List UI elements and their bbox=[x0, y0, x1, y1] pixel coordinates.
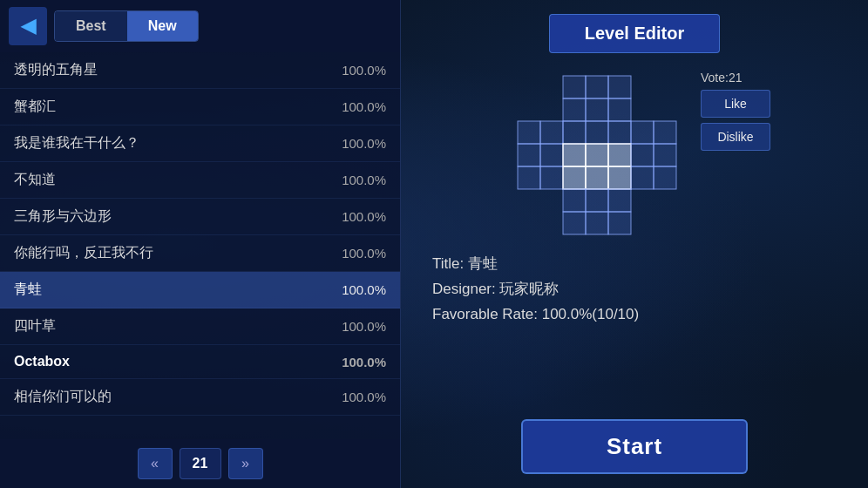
list-item-score: 100.0% bbox=[334, 246, 386, 261]
left-panel: ◀ Best New 透明的五角星100.0%蟹都汇100.0%我是谁我在干什么… bbox=[0, 0, 401, 488]
svg-rect-21 bbox=[540, 166, 563, 189]
list-item-score: 100.0% bbox=[334, 173, 386, 187]
list-item-title: 相信你们可以的 bbox=[14, 388, 112, 406]
list-item-title: 青蛙 bbox=[14, 281, 42, 299]
list-item[interactable]: 不知道100.0% bbox=[0, 162, 400, 199]
list-item-title: 不知道 bbox=[14, 171, 56, 189]
svg-rect-20 bbox=[518, 166, 540, 189]
list-item[interactable]: 蟹都汇100.0% bbox=[0, 89, 400, 125]
svg-rect-31 bbox=[586, 212, 608, 234]
svg-rect-15 bbox=[563, 144, 586, 166]
list-item-title: 三角形与六边形 bbox=[14, 207, 112, 226]
list-item-title: 四叶草 bbox=[14, 317, 56, 336]
back-button[interactable]: ◀ bbox=[9, 7, 47, 45]
svg-rect-8 bbox=[563, 121, 586, 144]
list-item-score: 100.0% bbox=[334, 99, 386, 114]
level-designer: Designer: 玩家昵称 bbox=[432, 277, 639, 302]
list-item-score: 100.0% bbox=[334, 136, 386, 151]
list-item-score: 100.0% bbox=[334, 282, 386, 297]
vote-count: Vote:21 bbox=[701, 71, 743, 85]
level-list: 透明的五角星100.0%蟹都汇100.0%我是谁我在干什么？100.0%不知道1… bbox=[0, 52, 400, 439]
svg-rect-5 bbox=[608, 98, 631, 121]
list-item-title: Octabox bbox=[14, 354, 70, 369]
svg-rect-30 bbox=[563, 212, 586, 234]
svg-rect-16 bbox=[586, 144, 608, 166]
back-icon: ◀ bbox=[21, 15, 36, 37]
list-item[interactable]: 你能行吗，反正我不行100.0% bbox=[0, 235, 400, 272]
list-item[interactable]: 我是谁我在干什么？100.0% bbox=[0, 125, 400, 162]
list-item-score: 100.0% bbox=[334, 390, 386, 404]
list-item[interactable]: Octabox100.0% bbox=[0, 345, 400, 379]
svg-rect-29 bbox=[608, 189, 631, 212]
list-item-score: 100.0% bbox=[334, 209, 386, 224]
list-item-title: 我是谁我在干什么？ bbox=[14, 134, 139, 152]
list-item[interactable]: 相信你们可以的100.0% bbox=[0, 379, 400, 416]
svg-rect-2 bbox=[608, 76, 631, 98]
svg-rect-0 bbox=[563, 76, 586, 98]
svg-rect-10 bbox=[608, 121, 631, 144]
right-panel: Level Editor .gc { fill: rgba(100,140,25… bbox=[401, 0, 868, 488]
pagination: « 21 » bbox=[0, 439, 400, 488]
level-grid-svg: .gc { fill: rgba(100,140,255,0.18); stro… bbox=[498, 67, 690, 241]
tab-new[interactable]: New bbox=[127, 11, 198, 41]
list-item[interactable]: 三角形与六边形100.0% bbox=[0, 199, 400, 235]
list-item[interactable]: 透明的五角星100.0% bbox=[0, 52, 400, 89]
svg-rect-11 bbox=[631, 121, 654, 144]
dislike-button[interactable]: Dislike bbox=[701, 123, 770, 151]
tab-best[interactable]: Best bbox=[55, 11, 127, 41]
page-number: 21 bbox=[180, 448, 221, 479]
next-page-button[interactable]: » bbox=[228, 448, 263, 479]
svg-rect-14 bbox=[540, 144, 563, 166]
svg-rect-24 bbox=[608, 166, 631, 189]
level-favorable-rate: Favorable Rate: 100.0%(10/10) bbox=[432, 302, 639, 328]
list-item-title: 蟹都汇 bbox=[14, 98, 56, 116]
svg-rect-23 bbox=[586, 166, 608, 189]
svg-rect-27 bbox=[563, 189, 586, 212]
svg-rect-22 bbox=[563, 166, 586, 189]
svg-rect-17 bbox=[608, 144, 631, 166]
svg-rect-25 bbox=[631, 166, 654, 189]
list-item[interactable]: 青蛙100.0% bbox=[0, 272, 400, 308]
vote-panel: Vote:21 Like Dislike bbox=[701, 67, 770, 151]
tab-group: Best New bbox=[54, 10, 199, 42]
svg-rect-3 bbox=[563, 98, 586, 121]
svg-rect-9 bbox=[586, 121, 608, 144]
list-item-score: 100.0% bbox=[334, 319, 386, 334]
list-item-score: 100.0% bbox=[334, 63, 386, 78]
svg-rect-1 bbox=[586, 76, 608, 98]
grid-preview: .gc { fill: rgba(100,140,255,0.18); stro… bbox=[498, 67, 690, 241]
svg-rect-28 bbox=[586, 189, 608, 212]
svg-rect-26 bbox=[654, 166, 676, 189]
svg-rect-4 bbox=[586, 98, 608, 121]
prev-page-button[interactable]: « bbox=[138, 448, 173, 479]
svg-rect-19 bbox=[654, 144, 676, 166]
svg-rect-13 bbox=[518, 144, 540, 166]
level-title: Title: 青蛙 bbox=[432, 252, 639, 277]
svg-rect-12 bbox=[654, 121, 676, 144]
list-item-title: 你能行吗，反正我不行 bbox=[14, 244, 153, 262]
level-info: Title: 青蛙 Designer: 玩家昵称 Favorable Rate:… bbox=[415, 252, 656, 328]
like-button[interactable]: Like bbox=[701, 90, 770, 118]
start-button[interactable]: Start bbox=[521, 419, 748, 474]
preview-area: .gc { fill: rgba(100,140,255,0.18); stro… bbox=[415, 67, 854, 241]
svg-rect-7 bbox=[540, 121, 563, 144]
svg-rect-6 bbox=[518, 121, 540, 144]
top-bar: ◀ Best New bbox=[0, 0, 400, 52]
level-editor-title: Level Editor bbox=[549, 14, 720, 53]
svg-rect-32 bbox=[608, 212, 631, 234]
list-item-score: 100.0% bbox=[334, 355, 386, 369]
list-item[interactable]: 四叶草100.0% bbox=[0, 308, 400, 345]
svg-rect-18 bbox=[631, 144, 654, 166]
list-item-title: 透明的五角星 bbox=[14, 61, 98, 79]
